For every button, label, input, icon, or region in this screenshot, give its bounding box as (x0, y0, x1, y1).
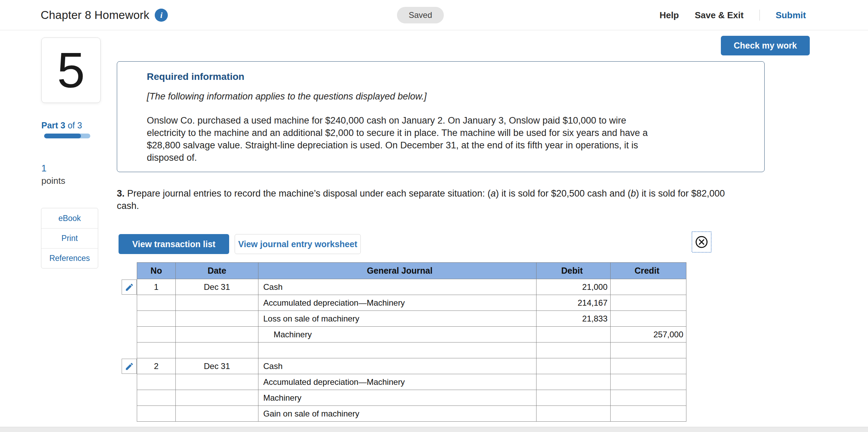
pencil-icon (125, 362, 134, 371)
journal-cell-account: Accumulated depreciation—Machinery (258, 295, 537, 311)
topbar-left: Chapter 8 Homework i (41, 0, 168, 30)
circle-x-icon (695, 235, 708, 249)
check-my-work-button[interactable]: Check my work (721, 36, 810, 55)
applies-note: [The following information applies to th… (147, 91, 733, 102)
journal-row: Gain on sale of machinery (137, 406, 686, 422)
required-information-title: Required information (147, 71, 733, 82)
journal-cell-credit (611, 390, 686, 406)
journal-cell-date: Dec 31 (176, 358, 258, 374)
journal-cell-date (176, 390, 258, 406)
journal-cell-credit (611, 343, 686, 358)
divider (759, 10, 760, 21)
journal-cell-credit (611, 311, 686, 327)
journal-cell-account: Cash (258, 279, 537, 295)
saved-status-badge: Saved (397, 7, 444, 23)
pencil-icon (125, 283, 134, 292)
journal-cell-debit: 21,000 (537, 279, 611, 295)
column-header-debit: Debit (537, 263, 611, 279)
journal-cell-no (137, 311, 176, 327)
journal-cell-no: 1 (137, 279, 176, 295)
journal-row: 2Dec 31Cash (137, 358, 686, 374)
journal-cell-account: Machinery (258, 327, 537, 343)
journal-cell-date (176, 343, 258, 358)
part-indicator: Part 3 of 3 (41, 120, 82, 130)
journal-cell-date (176, 295, 258, 311)
info-icon[interactable]: i (155, 9, 168, 22)
view-transaction-list-button[interactable]: View transaction list (119, 234, 229, 254)
journal-cell-credit (611, 406, 686, 422)
column-header-credit: Credit (611, 263, 686, 279)
journal-cell-account: Machinery (258, 390, 537, 406)
journal-cell-debit: 21,833 (537, 311, 611, 327)
column-header-no: No (137, 263, 176, 279)
question-part: ) it is sold for $20,500 cash and ( (496, 188, 631, 199)
journal-cell-date (176, 327, 258, 343)
journal-cell-debit (537, 390, 611, 406)
journal-cell-account: Gain on sale of machinery (258, 406, 537, 422)
save-exit-link[interactable]: Save & Exit (695, 10, 744, 21)
journal-row: Accumulated depreciation—Machinery (137, 374, 686, 390)
journal-header-row: NoDateGeneral JournalDebitCredit (137, 263, 686, 279)
journal-cell-account: Accumulated depreciation—Machinery (258, 374, 537, 390)
journal-cell-debit (537, 406, 611, 422)
question-part: Prepare journal entries to record the ma… (125, 188, 491, 199)
page-title: Chapter 8 Homework (41, 9, 149, 22)
references-link[interactable]: References (41, 248, 98, 268)
journal-cell-credit: 257,000 (611, 327, 686, 343)
journal-row: Accumulated depreciation—Machinery214,16… (137, 295, 686, 311)
required-information-panel: Required information [The following info… (117, 61, 765, 172)
journal-cell-date (176, 406, 258, 422)
question-text: 3. Prepare journal entries to record the… (117, 187, 748, 212)
journal-cell-no (137, 327, 176, 343)
part-indicator-bold: Part 3 (41, 120, 65, 130)
edit-entry-1-button[interactable] (122, 280, 137, 295)
journal-cell-debit (537, 327, 611, 343)
question-number-card: 5 (41, 38, 101, 103)
journal-row: Machinery (137, 390, 686, 406)
column-header-general-journal: General Journal (258, 263, 537, 279)
question-option-b: b (631, 188, 636, 199)
print-link[interactable]: Print (41, 228, 98, 248)
journal-row (137, 343, 686, 358)
journal-cell-no (137, 374, 176, 390)
journal-cell-credit (611, 295, 686, 311)
journal-cell-no (137, 406, 176, 422)
help-link[interactable]: Help (660, 10, 679, 21)
dismiss-button[interactable] (692, 231, 712, 253)
journal-cell-account (258, 343, 537, 358)
journal-cell-date: Dec 31 (176, 279, 258, 295)
question-number: 5 (57, 45, 85, 95)
journal-cell-no (137, 343, 176, 358)
topbar-actions: Help Save & Exit Submit (660, 0, 806, 30)
question-option-a: a (491, 188, 496, 199)
journal-cell-account: Cash (258, 358, 537, 374)
journal-row: Machinery257,000 (137, 327, 686, 343)
problem-text: Onslow Co. purchased a used machine for … (147, 114, 733, 164)
journal-cell-debit: 214,167 (537, 295, 611, 311)
journal-cell-account: Loss on sale of machinery (258, 311, 537, 327)
journal-cell-debit (537, 343, 611, 358)
part-indicator-rest: of 3 (65, 120, 82, 130)
journal-row: Loss on sale of machinery21,833 (137, 311, 686, 327)
ebook-link[interactable]: eBook (41, 208, 98, 228)
question-number-label: 3. (117, 188, 125, 199)
journal-cell-debit (537, 374, 611, 390)
bottom-scrollbar-track[interactable] (0, 427, 868, 432)
points-value: 1 (41, 163, 47, 174)
view-journal-entry-worksheet-button[interactable]: View journal entry worksheet (235, 234, 361, 254)
edit-entry-2-button[interactable] (122, 359, 137, 374)
column-header-date: Date (176, 263, 258, 279)
submit-link[interactable]: Submit (776, 10, 806, 21)
journal-table: NoDateGeneral JournalDebitCredit 1Dec 31… (137, 262, 686, 422)
journal-cell-no: 2 (137, 358, 176, 374)
journal-cell-date (176, 374, 258, 390)
journal-table-body: 1Dec 31Cash21,000Accumulated depreciatio… (137, 279, 686, 422)
points-label: points (41, 176, 65, 186)
topbar: Chapter 8 Homework i Saved Help Save & E… (0, 0, 868, 30)
part-progress-bar (44, 134, 90, 138)
journal-cell-no (137, 295, 176, 311)
progress-fill (44, 134, 81, 138)
resource-links-card: eBook Print References (41, 208, 98, 268)
journal-table-head: NoDateGeneral JournalDebitCredit (137, 263, 686, 279)
journal-cell-date (176, 311, 258, 327)
